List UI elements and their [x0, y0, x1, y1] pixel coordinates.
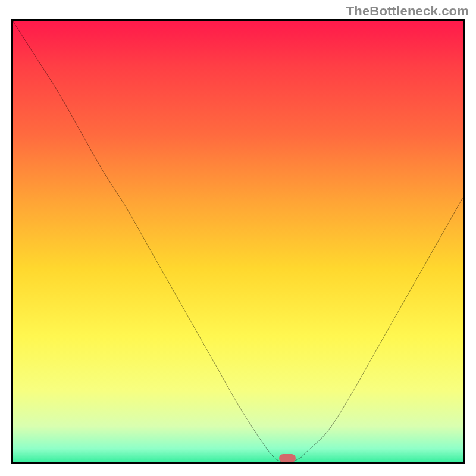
chart-frame [11, 19, 465, 464]
minimum-marker [279, 454, 296, 462]
bottleneck-curve [13, 21, 463, 462]
watermark-text: TheBottleneck.com [346, 4, 469, 19]
curve-line [13, 21, 463, 462]
chart-container: TheBottleneck.com [0, 0, 476, 476]
